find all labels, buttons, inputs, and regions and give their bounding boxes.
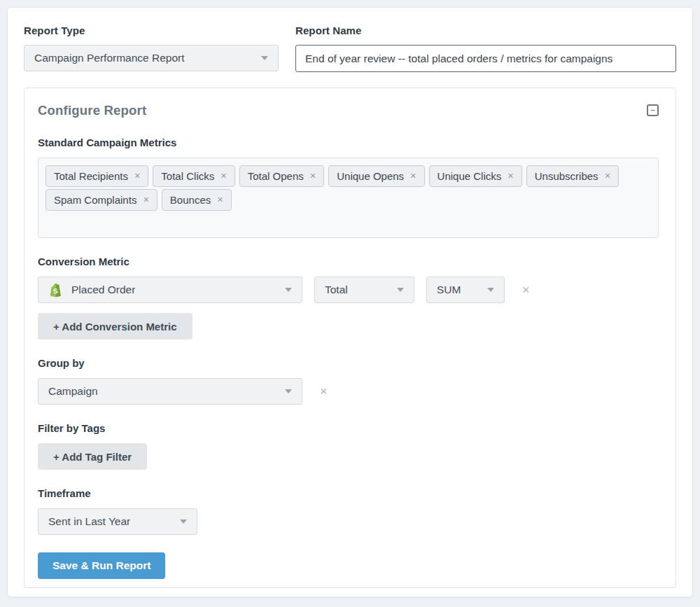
conversion-metric-row: S Placed Order Total SUM × bbox=[38, 277, 659, 303]
metric-chip: Unique Opens × bbox=[328, 165, 424, 187]
report-meta-row: Report Type Campaign Performance Report … bbox=[24, 25, 676, 72]
chevron-down-icon bbox=[487, 288, 494, 292]
metric-chip-label: Bounces bbox=[170, 194, 211, 206]
conversion-metric-select[interactable]: S Placed Order bbox=[38, 277, 302, 303]
metric-chip: Total Recipients × bbox=[46, 165, 148, 187]
metric-chip: Total Clicks × bbox=[153, 165, 234, 187]
remove-chip-icon[interactable]: × bbox=[217, 195, 223, 205]
chevron-down-icon bbox=[180, 519, 187, 524]
metric-chip: Unique Clicks × bbox=[429, 165, 522, 187]
chevron-down-icon bbox=[285, 389, 292, 393]
save-run-report-button[interactable]: Save & Run Report bbox=[38, 552, 165, 579]
timeframe-label: Timeframe bbox=[38, 487, 659, 499]
report-builder-card: Report Type Campaign Performance Report … bbox=[7, 7, 693, 597]
metric-chip-label: Total Recipients bbox=[54, 170, 128, 182]
filter-by-tags-label: Filter by Tags bbox=[38, 422, 659, 434]
metric-chip-label: Unique Opens bbox=[337, 170, 404, 182]
metric-chip-label: Total Clicks bbox=[161, 170, 214, 182]
metric-chip: Bounces × bbox=[162, 189, 232, 211]
metric-chip-label: Total Opens bbox=[248, 170, 304, 182]
configure-report-header: Configure Report − bbox=[38, 103, 659, 118]
svg-text:S: S bbox=[52, 286, 58, 295]
remove-chip-icon[interactable]: × bbox=[605, 171, 610, 181]
remove-group-by-icon[interactable]: × bbox=[320, 385, 328, 398]
metric-chip: Unsubscribes × bbox=[526, 165, 619, 187]
metric-chip: Total Opens × bbox=[239, 165, 325, 187]
report-name-field: Report Name bbox=[295, 25, 676, 72]
metric-chip: Spam Complaints × bbox=[46, 189, 158, 211]
report-type-value: Campaign Performance Report bbox=[34, 52, 185, 64]
configure-report-panel: Configure Report − Standard Campaign Met… bbox=[24, 88, 676, 588]
add-tag-filter-button[interactable]: + Add Tag Filter bbox=[38, 443, 147, 470]
chevron-down-icon bbox=[397, 288, 404, 292]
measure-select[interactable]: Total bbox=[314, 277, 414, 303]
metric-chip-label: Unique Clicks bbox=[438, 170, 502, 182]
report-type-field: Report Type Campaign Performance Report bbox=[24, 25, 279, 72]
aggregate-select[interactable]: SUM bbox=[426, 277, 505, 303]
metric-chip-label: Spam Complaints bbox=[54, 194, 136, 206]
group-by-value: Campaign bbox=[48, 385, 98, 398]
measure-value: Total bbox=[325, 284, 348, 296]
remove-chip-icon[interactable]: × bbox=[143, 195, 148, 205]
report-name-input[interactable] bbox=[295, 45, 676, 72]
report-name-label: Report Name bbox=[295, 25, 676, 36]
remove-chip-icon[interactable]: × bbox=[310, 171, 316, 181]
standard-metrics-label: Standard Campaign Metrics bbox=[38, 137, 659, 148]
chevron-down-icon bbox=[261, 56, 268, 60]
shopify-icon: S bbox=[48, 283, 63, 298]
chevron-down-icon bbox=[285, 288, 292, 292]
remove-conversion-metric-icon[interactable]: × bbox=[522, 284, 530, 296]
report-type-label: Report Type bbox=[24, 25, 279, 36]
remove-chip-icon[interactable]: × bbox=[220, 171, 226, 181]
group-by-label: Group by bbox=[38, 357, 659, 369]
report-type-select[interactable]: Campaign Performance Report bbox=[24, 45, 279, 71]
conversion-metric-label: Conversion Metric bbox=[38, 256, 659, 267]
configure-report-title: Configure Report bbox=[38, 103, 146, 118]
timeframe-value: Sent in Last Year bbox=[48, 515, 130, 528]
conversion-metric-value: Placed Order bbox=[71, 284, 135, 296]
add-conversion-metric-button[interactable]: + Add Conversion Metric bbox=[38, 313, 192, 340]
timeframe-select[interactable]: Sent in Last Year bbox=[38, 508, 197, 535]
remove-chip-icon[interactable]: × bbox=[134, 171, 140, 181]
standard-metrics-chip-box[interactable]: Total Recipients × Total Clicks × Total … bbox=[38, 158, 659, 238]
aggregate-value: SUM bbox=[437, 284, 461, 296]
conversion-metric-value-wrap: S Placed Order bbox=[48, 283, 135, 298]
remove-chip-icon[interactable]: × bbox=[507, 171, 513, 181]
metric-chip-label: Unsubscribes bbox=[535, 170, 598, 182]
group-by-select[interactable]: Campaign bbox=[38, 378, 302, 405]
collapse-panel-icon[interactable]: − bbox=[647, 104, 659, 116]
group-by-row: Campaign × bbox=[38, 378, 659, 405]
remove-chip-icon[interactable]: × bbox=[410, 171, 416, 181]
